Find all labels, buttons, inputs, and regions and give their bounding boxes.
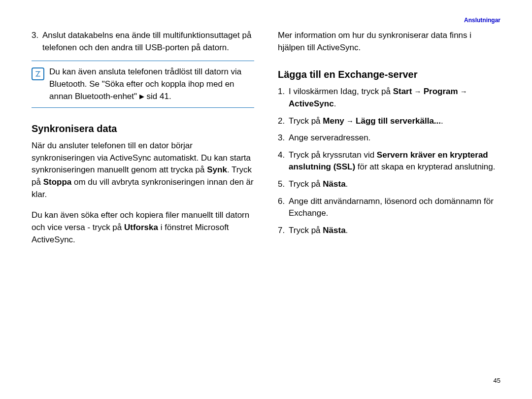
num-5: 5. — [278, 178, 289, 191]
left-step-3-text: Anslut datakabelns ena ände till multifu… — [42, 30, 254, 54]
arrow-icon: → — [344, 117, 356, 125]
t: Tryck på — [289, 226, 323, 235]
num-7: 7. — [278, 225, 289, 237]
note-text: Du kan även ansluta telefonen trådlöst t… — [49, 66, 254, 102]
t: . — [334, 99, 336, 108]
num-4: 4. — [278, 149, 289, 173]
bold-utforska: Utforska — [124, 223, 158, 232]
heading-sync: Synkronisera data — [32, 122, 254, 136]
left-step-3: 3. Anslut datakabelns ena ände till mult… — [32, 30, 254, 54]
step-4-body: Tryck på kryssrutan vid Servern kräver e… — [289, 149, 500, 173]
step-5-body: Tryck på Nästa. — [289, 178, 500, 191]
t: Tryck på kryssrutan vid — [289, 150, 377, 160]
step-6: 6. Ange ditt användarnamn, lösenord och … — [278, 196, 500, 220]
header-section: Anslutningar — [464, 17, 500, 24]
bold-synk: Synk — [207, 165, 227, 174]
t: Tryck på — [289, 179, 323, 189]
num-1: 1. — [278, 86, 289, 110]
heading-exchange: Lägga till en Exchange-server — [278, 67, 500, 82]
step-5: 5. Tryck på Nästa. — [278, 178, 500, 191]
step-2-body: Tryck på Meny → Lägg till serverkälla...… — [289, 115, 500, 128]
step-3-body: Ange serveradressen. — [289, 132, 500, 144]
step-2: 2. Tryck på Meny → Lägg till serverkälla… — [278, 115, 500, 128]
t: . — [441, 116, 443, 126]
note-page: sid 41. — [147, 92, 171, 101]
right-intro: Mer information om hur du synkroniserar … — [278, 30, 500, 54]
note-icon — [32, 67, 44, 80]
sync-paragraph-1: När du ansluter telefonen till en dator … — [32, 140, 254, 200]
step-3: 3. Ange serveradressen. — [278, 132, 500, 144]
bold-lagg-till: Lägg till serverkälla... — [356, 116, 441, 126]
arrow-icon: → — [412, 87, 423, 96]
bold-nasta-2: Nästa — [323, 226, 345, 235]
t: för att skapa en krypterad anslutning. — [355, 162, 495, 171]
step-7-body: Tryck på Nästa. — [289, 225, 500, 237]
step-7: 7. Tryck på Nästa. — [278, 225, 500, 237]
bold-nasta: Nästa — [323, 179, 345, 189]
bold-stoppa: Stoppa — [43, 177, 72, 187]
bold-activesync: ActiveSync — [289, 99, 334, 108]
num-3r: 3. — [278, 132, 289, 144]
num-6: 6. — [278, 196, 289, 220]
arrow-icon: → — [458, 87, 467, 96]
step-1: 1. I viloskärmen Idag, tryck på Start → … — [278, 86, 500, 110]
note-box: Du kan även ansluta telefonen trådlöst t… — [32, 61, 254, 108]
num-3: 3. — [32, 30, 42, 54]
bold-start: Start — [393, 87, 412, 96]
bold-meny: Meny — [323, 116, 344, 126]
sync-paragraph-2: Du kan även söka efter och kopiera filer… — [32, 209, 254, 246]
bold-program: Program — [424, 87, 458, 96]
step-4: 4. Tryck på kryssrutan vid Servern kräve… — [278, 149, 500, 173]
t: . — [346, 226, 348, 235]
page-number: 45 — [494, 377, 500, 384]
step-6-body: Ange ditt användarnamn, lösenord och dom… — [289, 196, 500, 220]
t: I viloskärmen Idag, tryck på — [289, 87, 393, 96]
num-2: 2. — [278, 115, 289, 128]
right-column: Mer information om hur du synkroniserar … — [278, 30, 500, 379]
left-column: 3. Anslut datakabelns ena ände till mult… — [32, 30, 254, 379]
t: Tryck på — [289, 116, 323, 126]
t: . — [346, 179, 348, 189]
triangle-icon: ▶ — [139, 93, 144, 100]
note-pre: Du kan även ansluta telefonen trådlöst t… — [49, 67, 241, 100]
step-1-body: I viloskärmen Idag, tryck på Start → Pro… — [289, 86, 500, 110]
